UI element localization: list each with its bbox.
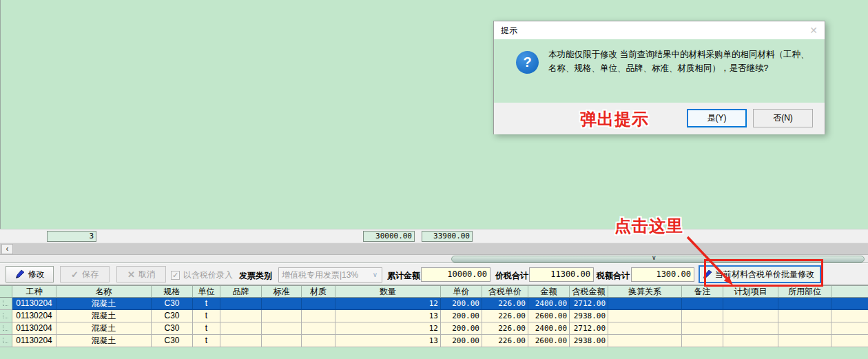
table-cell[interactable]	[302, 298, 335, 310]
upper-grid-horizontal-scrollbar[interactable]: ‹	[0, 243, 868, 254]
table-cell[interactable]: 13	[335, 310, 441, 322]
row-selector[interactable]	[0, 335, 12, 347]
table-row[interactable]: 01130204混凝土C30t13200.00226.002600.002938…	[0, 310, 868, 322]
column-header[interactable]: 计划项目	[723, 286, 778, 298]
column-header[interactable]: 品牌	[220, 286, 262, 298]
table-cell[interactable]	[723, 335, 778, 347]
table-cell[interactable]: 2600.00	[528, 335, 570, 347]
table-cell[interactable]: 12	[335, 298, 441, 310]
table-cell[interactable]	[220, 335, 262, 347]
table-cell[interactable]: 01130204	[12, 310, 56, 322]
column-header[interactable]: 工种	[12, 286, 56, 298]
table-cell[interactable]: t	[193, 298, 220, 310]
table-cell[interactable]	[682, 322, 723, 335]
column-header[interactable]: 名称	[56, 286, 152, 298]
table-cell[interactable]: 2600.00	[528, 310, 570, 322]
table-row[interactable]: 01130204混凝土C30t12200.00226.002400.002712…	[0, 298, 868, 310]
table-cell[interactable]	[682, 335, 723, 347]
table-cell[interactable]: 12	[335, 322, 441, 335]
table-cell[interactable]: t	[193, 322, 220, 335]
column-header[interactable]: 换算关系	[608, 286, 682, 298]
table-cell[interactable]: 混凝土	[56, 335, 152, 347]
no-button[interactable]: 否(N)	[753, 109, 813, 127]
price-tax-total-field[interactable]: 11300.00	[529, 267, 594, 282]
table-cell[interactable]: C30	[152, 310, 193, 322]
table-cell[interactable]: 226.00	[482, 322, 528, 335]
column-header[interactable]: 单价	[441, 286, 482, 298]
batch-modify-unit-price-button[interactable]: 当前材料含税单价批量修改	[699, 265, 821, 283]
table-cell[interactable]: 2938.00	[570, 335, 608, 347]
table-cell[interactable]	[608, 310, 682, 322]
dialog-title-bar[interactable]: 提示 ✕	[494, 21, 825, 39]
table-cell[interactable]	[723, 310, 778, 322]
table-cell[interactable]	[608, 335, 682, 347]
table-cell[interactable]	[262, 322, 302, 335]
table-cell[interactable]	[723, 322, 778, 335]
column-header[interactable]: 材质	[302, 286, 335, 298]
cumulative-amount-field[interactable]: 10000.00	[421, 267, 490, 282]
table-cell[interactable]	[778, 310, 831, 322]
table-cell[interactable]	[608, 322, 682, 335]
table-cell[interactable]: 200.00	[441, 298, 482, 310]
column-header[interactable]: 金额	[528, 286, 570, 298]
table-cell[interactable]	[262, 310, 302, 322]
splitter-handle[interactable]: ∨	[451, 256, 865, 263]
table-cell[interactable]: 2712.00	[570, 298, 608, 310]
splitter-collapse-icon[interactable]: ∨	[652, 254, 657, 261]
table-cell[interactable]: 200.00	[441, 322, 482, 335]
table-cell[interactable]: 226.00	[482, 335, 528, 347]
table-row[interactable]: 01130204混凝土C30t12200.00226.002400.002712…	[0, 322, 868, 335]
row-selector[interactable]	[0, 322, 12, 335]
table-cell[interactable]	[220, 322, 262, 335]
column-header[interactable]: 含税金额	[570, 286, 608, 298]
table-cell[interactable]: 2938.00	[570, 310, 608, 322]
save-button[interactable]: ✓ 保存	[60, 266, 110, 283]
column-header[interactable]: 备注	[682, 286, 723, 298]
column-header[interactable]: 标准	[262, 286, 302, 298]
table-cell[interactable]	[302, 310, 335, 322]
table-cell[interactable]	[778, 322, 831, 335]
pane-splitter[interactable]: ∨	[0, 254, 868, 263]
table-cell[interactable]	[262, 298, 302, 310]
yes-button[interactable]: 是(Y)	[687, 109, 747, 127]
table-cell[interactable]	[778, 335, 831, 347]
table-cell[interactable]: 13	[335, 335, 441, 347]
column-header[interactable]: 单位	[193, 286, 220, 298]
table-cell[interactable]: t	[193, 310, 220, 322]
table-cell[interactable]: 2400.00	[528, 298, 570, 310]
table-cell[interactable]: C30	[152, 322, 193, 335]
row-selector[interactable]	[0, 298, 12, 310]
column-header[interactable]: 所用部位	[778, 286, 831, 298]
table-cell[interactable]: C30	[152, 298, 193, 310]
table-cell[interactable]: 2400.00	[528, 322, 570, 335]
close-icon[interactable]: ✕	[809, 25, 818, 36]
table-cell[interactable]: 226.00	[482, 298, 528, 310]
scroll-left-icon[interactable]: ‹	[1, 244, 13, 254]
row-selector-header[interactable]	[0, 286, 12, 298]
table-cell[interactable]: 01130204	[12, 322, 56, 335]
table-cell[interactable]	[302, 322, 335, 335]
tax-entry-checkbox[interactable]: ✓	[171, 271, 180, 280]
table-cell[interactable]	[682, 310, 723, 322]
table-cell[interactable]: 混凝土	[56, 322, 152, 335]
column-header[interactable]: 规格	[152, 286, 193, 298]
table-cell[interactable]	[220, 298, 262, 310]
table-cell[interactable]: 01130204	[12, 335, 56, 347]
scrollbar-track[interactable]	[14, 244, 867, 254]
table-cell[interactable]: 226.00	[482, 310, 528, 322]
table-cell[interactable]: t	[193, 335, 220, 347]
table-cell[interactable]	[608, 298, 682, 310]
table-cell[interactable]: 混凝土	[56, 298, 152, 310]
table-cell[interactable]	[302, 335, 335, 347]
table-cell[interactable]	[723, 298, 778, 310]
table-cell[interactable]: 01130204	[12, 298, 56, 310]
table-cell[interactable]: 200.00	[441, 310, 482, 322]
invoice-type-select[interactable]: 增值税专用发票|13% ∨	[278, 267, 382, 283]
cancel-button[interactable]: ✕ 取消	[116, 266, 166, 283]
table-cell[interactable]	[262, 335, 302, 347]
table-cell[interactable]	[778, 298, 831, 310]
tax-total-field[interactable]: 1300.00	[631, 267, 694, 282]
table-cell[interactable]	[220, 310, 262, 322]
table-row[interactable]: 01130204混凝土C30t13200.00226.002600.002938…	[0, 335, 868, 347]
column-header[interactable]: 含税单价	[482, 286, 528, 298]
